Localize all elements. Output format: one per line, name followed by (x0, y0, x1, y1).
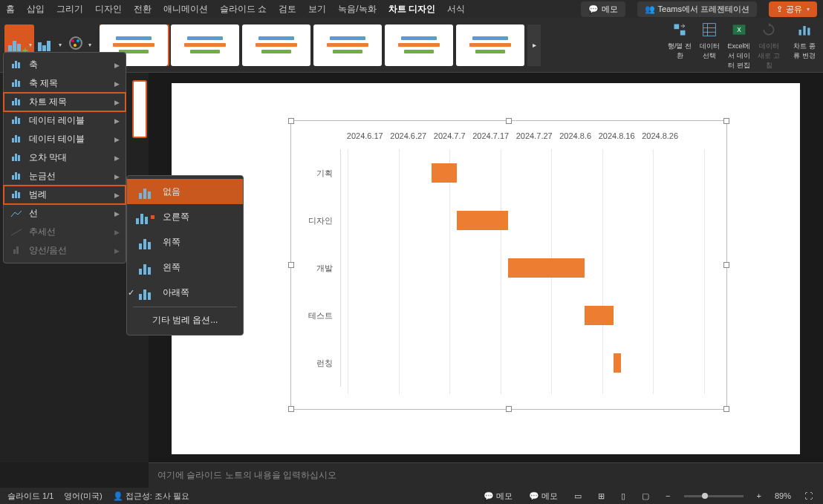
teams-present-button[interactable]: 👥Teams에서 프레젠테이션 (637, 1, 757, 17)
legend-bottom-icon (134, 285, 155, 300)
view-sorter-button[interactable]: ⊞ (595, 491, 608, 501)
y-label-0: 기획 (299, 168, 340, 179)
legend-right[interactable]: 오른쪽 (127, 204, 243, 229)
menubar: 홈 삽입 그리기 디자인 전환 애니메이션 슬라이드 쇼 검토 보기 녹음/녹화… (0, 0, 823, 18)
menu-error-bars[interactable]: 오차 막대▶ (4, 148, 126, 167)
chart-type-icon (795, 20, 814, 39)
zoom-in-button[interactable]: + (754, 491, 764, 500)
tab-insert[interactable]: 삽입 (27, 3, 45, 16)
tab-slideshow[interactable]: 슬라이드 쇼 (220, 3, 267, 16)
switch-icon (670, 20, 689, 39)
menu-trendline: 추세선▶ (4, 223, 126, 241)
svg-rect-8 (799, 30, 801, 36)
chart-style-2[interactable] (171, 24, 239, 66)
axes-icon (10, 59, 23, 71)
svg-rect-10 (807, 27, 810, 35)
slide-counter[interactable]: 슬라이드 1/1 (7, 491, 53, 502)
tab-transition[interactable]: 전환 (134, 3, 152, 16)
chart-style-6[interactable] (456, 24, 524, 66)
tab-chart-design[interactable]: 차트 디자인 (388, 3, 435, 16)
svg-rect-0 (674, 24, 680, 29)
chart-style-3[interactable] (242, 24, 310, 66)
axis-title-icon (10, 78, 23, 90)
tab-review[interactable]: 검토 (279, 3, 296, 16)
legend-bottom[interactable]: ✓ 아래쪽 (127, 280, 243, 305)
change-chart-type-button[interactable]: 차트 종류 변경 (790, 20, 819, 71)
excel-icon: X (729, 20, 749, 39)
memo-button[interactable]: 💬메모 (581, 1, 625, 17)
svg-rect-9 (803, 26, 805, 36)
bar-2[interactable] (508, 258, 585, 278)
chevron-down-icon: ▾ (88, 42, 91, 48)
menu-updown-bars: 양선/음선▶ (4, 241, 126, 260)
bar-1[interactable] (457, 211, 507, 230)
menu-data-table[interactable]: 데이터 테이블▶ (4, 130, 126, 148)
switch-row-col-button[interactable]: 행/열 전환 (666, 20, 694, 71)
share-button[interactable]: ⇪공유▾ (769, 1, 817, 17)
y-label-2: 개발 (299, 263, 340, 274)
data-table-icon (10, 134, 23, 145)
refresh-icon (759, 20, 778, 39)
view-normal-button[interactable]: ▭ (571, 491, 585, 501)
notes-pane[interactable]: 여기에 슬라이드 노트의 내용을 입력하십시오 (149, 462, 823, 488)
chevron-down-icon: ▾ (807, 6, 810, 13)
chart-title-icon (10, 96, 23, 108)
tab-animation[interactable]: 애니메이션 (163, 3, 208, 16)
menu-data-labels[interactable]: 데이터 레이블▶ (4, 111, 126, 130)
zoom-out-button[interactable]: − (663, 491, 673, 500)
comment-icon: 💬 (588, 4, 599, 14)
tab-home[interactable]: 홈 (6, 3, 15, 16)
bar-4[interactable] (614, 353, 621, 373)
tab-format[interactable]: 서식 (447, 3, 465, 16)
teams-icon: 👥 (645, 4, 655, 14)
check-icon: ✓ (126, 288, 136, 298)
bar-0[interactable] (432, 163, 457, 183)
chart-style-5[interactable] (385, 24, 453, 66)
legend-top-icon (134, 235, 155, 249)
chart-plot: 2024.6.172024.6.272024.7.72024.7.172024.… (299, 128, 719, 402)
legend-none-icon (134, 184, 155, 199)
y-label-4: 런칭 (299, 358, 340, 369)
menu-gridlines[interactable]: 눈금선▶ (4, 167, 126, 186)
view-reading-button[interactable]: ▯ (618, 491, 628, 501)
chevron-down-icon: ▾ (59, 42, 62, 48)
refresh-data-button: 데이터 새로 고침 (755, 20, 783, 71)
chart-object[interactable]: 2024.6.172024.6.272024.7.72024.7.172024.… (290, 120, 727, 410)
notes-toggle-2[interactable]: 💬 메모 (526, 491, 561, 502)
y-label-1: 디자인 (299, 215, 340, 226)
fit-to-window-button[interactable]: ⛶ (801, 491, 816, 500)
select-data-button[interactable]: 데이터 선택 (695, 20, 723, 71)
menu-legend[interactable]: 범례▶ (4, 186, 126, 204)
tab-view[interactable]: 보기 (308, 3, 326, 16)
notes-toggle-1[interactable]: 💬 메모 (481, 491, 515, 502)
tab-design[interactable]: 디자인 (95, 3, 122, 16)
legend-right-icon (134, 209, 155, 224)
zoom-level[interactable]: 89% (775, 491, 791, 500)
menu-axis-titles[interactable]: 축 제목▶ (4, 74, 126, 93)
slide: 2024.6.172024.6.272024.7.72024.7.172024.… (172, 83, 800, 454)
view-slideshow-button[interactable]: ▢ (639, 491, 652, 501)
language-indicator[interactable]: 영어(미국) (64, 491, 102, 502)
tab-draw[interactable]: 그리기 (56, 3, 83, 16)
zoom-slider[interactable] (684, 495, 744, 497)
legend-none[interactable]: 없음 (127, 179, 243, 204)
edit-excel-button[interactable]: X Excel에서 데이터 편집 (725, 20, 753, 71)
legend-top[interactable]: 위쪽 (127, 229, 243, 255)
menu-chart-title[interactable]: 차트 제목▶ (4, 93, 126, 111)
menu-axes[interactable]: 축▶ (4, 56, 126, 74)
legend-more-options[interactable]: 기타 범례 옵션... (127, 309, 243, 332)
legend-submenu: 없음 오른쪽 위쪽 왼쪽 ✓ 아래쪽 기타 범례 옵션... (126, 175, 244, 336)
accessibility-status[interactable]: 👤 접근성: 조사 필요 (113, 491, 189, 502)
bar-3[interactable] (585, 306, 614, 325)
slide-thumbnail-1[interactable] (132, 80, 147, 138)
chart-style-4[interactable] (313, 24, 382, 66)
gallery-more-button[interactable]: ▸ (527, 24, 541, 66)
notes-placeholder: 여기에 슬라이드 노트의 내용을 입력하십시오 (157, 470, 336, 480)
slide-canvas[interactable]: 2024.6.172024.6.272024.7.72024.7.172024.… (149, 73, 823, 462)
tab-record[interactable]: 녹음/녹화 (338, 3, 376, 16)
menu-lines[interactable]: 선▶ (4, 204, 126, 223)
chart-style-gallery: ▸ (100, 24, 658, 66)
legend-left[interactable]: 왼쪽 (127, 255, 243, 280)
x-axis-labels: 2024.6.172024.6.272024.7.72024.7.172024.… (299, 128, 719, 140)
chevron-down-icon: ▾ (29, 42, 32, 48)
